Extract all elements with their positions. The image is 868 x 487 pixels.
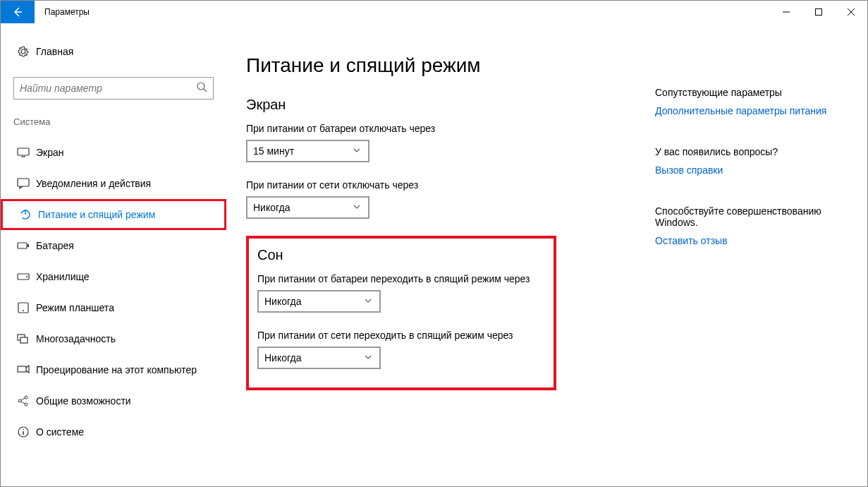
window-controls [770,1,867,23]
related-title: Сопутствующие параметры [655,87,839,98]
screen-ac-select[interactable]: Никогда [246,196,369,219]
titlebar: Параметры [1,1,867,23]
questions-title: У вас появились вопросы? [655,146,839,157]
chevron-down-icon [364,352,374,363]
sidebar-item-about[interactable]: О системе [1,416,226,447]
sidebar-item-multitask[interactable]: Многозадачность [1,323,226,354]
select-value: Никогда [264,296,301,307]
feedback-link[interactable]: Оставить отзыв [655,235,839,246]
home-label: Главная [36,46,73,57]
info-icon [13,426,33,438]
page-title: Питание и спящий режим [246,54,655,77]
chevron-down-icon [364,296,374,307]
sidebar-item-display[interactable]: Экран [1,137,226,168]
back-button[interactable] [1,1,35,23]
search-box[interactable] [13,77,214,100]
screen-ac-label: При питании от сети отключать через [246,179,655,191]
svg-line-25 [21,402,25,404]
related-link[interactable]: Дополнительные параметры питания [655,105,839,116]
sleep-section-highlight: Сон При питании от батареи переходить в … [246,236,556,390]
questions-link[interactable]: Вызов справки [655,164,839,176]
message-icon [13,177,33,190]
svg-rect-7 [18,148,29,155]
multitask-icon [13,332,33,345]
sidebar-item-notifications[interactable]: Уведомления и действия [1,168,226,199]
home-button[interactable]: Главная [1,37,226,66]
project-icon [13,363,33,376]
sidebar-item-storage[interactable]: Хранилище [1,261,226,292]
svg-point-5 [197,83,204,90]
sidebar-item-label: Экран [36,147,64,158]
select-value: 15 минут [253,145,294,157]
screen-battery-select[interactable]: 15 минут [246,140,369,162]
sidebar-item-label: Хранилище [36,271,90,282]
svg-point-21 [18,399,21,402]
storage-icon [13,270,33,283]
window-title: Параметры [35,1,770,23]
share-icon [13,395,33,407]
svg-point-15 [26,276,27,277]
sidebar-item-label: Проецирование на этот компьютер [36,364,197,375]
power-icon [16,208,35,221]
svg-line-24 [21,398,25,400]
svg-point-22 [25,396,27,399]
sidebar-item-label: Режим планшета [36,302,114,313]
gear-icon [13,45,33,58]
svg-rect-9 [18,179,29,186]
search-icon [196,81,207,95]
maximize-button[interactable] [802,1,835,23]
screen-section-title: Экран [246,97,655,113]
battery-icon [13,239,33,252]
sidebar: Главная Система Экран Уведомления и дейс… [1,23,226,486]
chevron-down-icon [353,202,362,213]
sidebar-item-project[interactable]: Проецирование на этот компьютер [1,354,226,385]
sleep-battery-select[interactable]: Никогда [257,290,381,313]
svg-point-28 [23,429,24,431]
close-button[interactable] [835,1,867,23]
feedback-title: Способствуйте совершенствованию Windows. [655,205,839,228]
sidebar-item-shared[interactable]: Общие возможности [1,385,226,416]
right-column: Сопутствующие параметры Дополнительные п… [655,54,839,486]
select-value: Никогда [264,352,301,363]
svg-rect-2 [816,9,822,16]
svg-rect-12 [18,243,27,248]
svg-rect-20 [18,366,26,372]
sidebar-item-label: Батарея [36,240,74,251]
screen-battery-label: При питании от батареи отключать через [246,123,655,134]
svg-rect-19 [20,337,27,343]
sleep-ac-label: При питании от сети переходить в спящий … [257,330,541,341]
sleep-ac-select[interactable]: Никогда [257,347,381,369]
svg-line-6 [204,89,207,92]
chevron-down-icon [353,145,362,157]
minimize-button[interactable] [770,1,802,23]
sidebar-item-label: Уведомления и действия [36,178,151,189]
sidebar-item-battery[interactable]: Батарея [1,230,226,261]
display-icon [13,146,33,159]
sleep-battery-label: При питании от батареи переходить в спящ… [257,273,541,284]
search-input[interactable] [20,83,196,94]
select-value: Никогда [253,202,290,213]
tablet-icon [13,301,33,314]
main-content: Питание и спящий режим Экран При питании… [246,54,655,486]
sidebar-item-tablet[interactable]: Режим планшета [1,292,226,323]
svg-point-17 [23,310,24,311]
svg-rect-13 [27,244,29,247]
svg-point-23 [25,403,27,406]
sidebar-item-label: Многозадачность [36,333,116,344]
category-label: Система [1,116,226,127]
sidebar-item-label: Общие возможности [36,395,131,407]
sidebar-item-label: О системе [36,426,84,438]
sleep-section-title: Сон [257,247,541,263]
sidebar-item-power[interactable]: Питание и спящий режим [1,199,226,230]
sidebar-item-label: Питание и спящий режим [38,209,155,220]
